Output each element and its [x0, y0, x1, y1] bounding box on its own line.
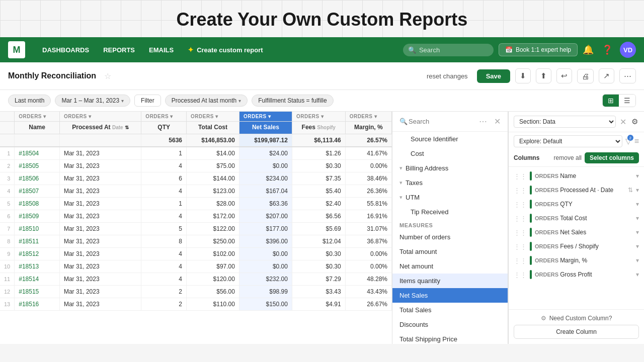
calendar-icon: 📅 — [505, 46, 513, 53]
table-row: 4 #18507 Mar 31, 2023 4 $123.00 $167.04 … — [0, 185, 392, 198]
search-input[interactable] — [397, 117, 474, 126]
search-dimension-item[interactable]: Cost — [392, 146, 508, 161]
share-icon-btn[interactable]: ⬆ — [536, 68, 551, 83]
col-header-total-cost[interactable]: Total Cost — [187, 122, 239, 134]
col-accent-bar — [530, 200, 532, 209]
col-expand-icon[interactable]: ▾ — [636, 215, 639, 222]
external-link-icon-btn[interactable]: ↗ — [599, 68, 614, 83]
column-item[interactable]: ⋮⋮ ORDERS QTY ▾ — [509, 197, 644, 211]
col-expand-icon[interactable]: ▾ — [636, 243, 639, 250]
search-measure-item[interactable]: Total Sales — [392, 303, 508, 317]
date-value-pill[interactable]: Mar 1 – Mar 31, 2023 ▾ — [55, 95, 130, 107]
user-avatar[interactable]: VD — [620, 42, 636, 58]
nav-reports[interactable]: REPORTS — [96, 42, 142, 58]
drag-icon: ⋮⋮ — [514, 243, 527, 250]
col-accent-bar — [530, 228, 532, 237]
reset-changes-btn[interactable]: reset changes — [423, 70, 472, 82]
filter-btn[interactable]: Filter — [134, 95, 161, 107]
columns-actions: Columns remove all Select columns — [509, 150, 644, 167]
fulfillment-pill[interactable]: Fulfillment Status = fulfille — [252, 95, 333, 107]
filter-icon-wrap: ▽ 2 — [625, 137, 631, 146]
download-icon-btn[interactable]: ⬇ — [515, 68, 531, 83]
search-measure-item[interactable]: Total Shipping Price — [392, 332, 508, 344]
undo-icon-btn[interactable]: ↩ — [556, 68, 572, 83]
measures-category: MEASURES — [392, 219, 508, 230]
col-header-qty[interactable]: QTY — [141, 122, 187, 134]
help-icon-btn[interactable]: ❓ — [599, 42, 616, 57]
favorite-icon[interactable]: ☆ — [104, 71, 111, 81]
column-item[interactable]: ⋮⋮ ORDERS Margin, % ▾ — [509, 253, 644, 267]
col-expand-icon[interactable]: ▾ — [636, 201, 639, 208]
processed-at-pill[interactable]: Processed At last month ▾ — [165, 95, 248, 107]
sort-icon[interactable]: ≡ — [634, 137, 639, 146]
bell-icon-btn[interactable]: 🔔 — [580, 42, 597, 57]
print-icon-btn[interactable]: 🖨 — [577, 69, 594, 83]
search-measure-item[interactable]: Discounts — [392, 317, 508, 332]
search-measure-item[interactable]: Items quantity — [392, 274, 508, 288]
custom-col-hint: ⚙ Need Custom Column? — [514, 315, 639, 322]
more-options-btn[interactable]: ⋯ — [619, 68, 636, 83]
col-expand-icon[interactable]: ▾ — [636, 187, 639, 194]
grid-view-btn[interactable]: ⊞ — [603, 95, 619, 107]
nav-emails[interactable]: EMAILS — [142, 42, 181, 58]
save-btn[interactable]: Save — [477, 69, 510, 83]
search-dimension-item[interactable]: Tip Received — [392, 205, 508, 219]
search-measure-item[interactable]: Number of orders — [392, 230, 508, 244]
column-item[interactable]: ⋮⋮ ORDERS Gross Profit ▾ — [509, 267, 644, 282]
col-group-fees: ORDERS ▾ — [292, 112, 345, 122]
col-expand-icon[interactable]: ▾ — [636, 229, 639, 236]
more-icon[interactable]: ⋯ — [477, 116, 489, 127]
measure-label: Discounts — [399, 321, 428, 328]
panel-close-icon[interactable]: ✕ — [619, 116, 627, 128]
col-group-margin: ORDERS ▾ — [345, 112, 391, 122]
column-item[interactable]: ⋮⋮ ORDERS Processed At · Date ⇅ ▾ — [509, 183, 644, 197]
search-dimension-item[interactable]: ▾ Billing Address — [392, 161, 508, 175]
table-container[interactable]: ORDERS ▾ ORDERS ▾ ORDERS ▾ ORDERS ▾ ORDE… — [0, 112, 392, 344]
report-header: Monthly Reconciliation ☆ reset changes S… — [0, 62, 644, 90]
close-icon[interactable]: ✕ — [492, 116, 503, 127]
list-view-btn[interactable]: ☰ — [619, 95, 635, 107]
col-header-net-sales[interactable]: Net Sales — [239, 122, 292, 134]
col-text: ORDERS Total Cost — [535, 215, 633, 222]
col-header-fees[interactable]: Fees Shopify — [292, 122, 345, 134]
search-dimension-item[interactable]: Source Identifier — [392, 132, 508, 146]
explore-select[interactable]: Explore: Default — [514, 135, 622, 147]
create-column-btn[interactable]: Create Column — [514, 325, 639, 339]
col-expand-icon[interactable]: ▾ — [636, 257, 639, 264]
col-expand-icon[interactable]: ▾ — [636, 172, 639, 179]
search-measure-item[interactable]: Net amount — [392, 259, 508, 274]
col-expand-icon[interactable]: ▾ — [636, 271, 639, 278]
search-measure-item[interactable]: Total amount — [392, 244, 508, 259]
column-item[interactable]: ⋮⋮ ORDERS Fees / Shopify ▾ — [509, 239, 644, 253]
measure-label: Total Shipping Price — [399, 335, 457, 343]
search-measure-item[interactable]: Net Sales — [392, 288, 508, 303]
navbar-search-input[interactable] — [403, 44, 494, 56]
panel-gear-icon[interactable]: ⚙ — [630, 116, 639, 127]
col-header-margin[interactable]: Margin, % — [345, 122, 391, 134]
nav-create-custom-report[interactable]: ✦ Create custom report — [181, 42, 270, 58]
search-dimension-item[interactable]: ▾ UTM — [392, 190, 508, 205]
page-title: Create Your Own Custom Reports — [0, 9, 644, 30]
column-item[interactable]: ⋮⋮ ORDERS Name ▾ — [509, 169, 644, 183]
search-dimension-item[interactable]: ▾ Taxes — [392, 175, 508, 190]
section-select[interactable]: Section: Data — [514, 116, 616, 128]
columns-toolbar: Explore: Default ▽ 2 ≡ — [509, 132, 644, 150]
date-range-pill[interactable]: Last month — [8, 95, 51, 107]
col-text: ORDERS Gross Profit — [535, 271, 633, 278]
search-icon: 🔍 — [399, 118, 408, 125]
columns-list: ⋮⋮ ORDERS Name ▾ ⋮⋮ ORDERS Processed At … — [509, 167, 644, 309]
nav-dashboards[interactable]: DASHBOARDS — [35, 42, 96, 58]
col-header-name[interactable]: Name — [15, 122, 60, 134]
sort-icon[interactable]: ⇅ — [628, 187, 633, 194]
col-header-processed-at[interactable]: Processed At Date ⇅ — [59, 122, 141, 134]
report-area: Monthly Reconciliation ☆ reset changes S… — [0, 62, 644, 344]
navbar-logo[interactable]: M — [8, 41, 25, 58]
sparkle-icon: ✦ — [188, 46, 194, 54]
book-expert-btn[interactable]: 📅 Book 1:1 expert help — [499, 43, 578, 56]
column-item[interactable]: ⋮⋮ ORDERS Net Sales ▾ — [509, 225, 644, 239]
dimension-label: Source Identifier — [411, 135, 458, 143]
column-item[interactable]: ⋮⋮ ORDERS Total Cost ▾ — [509, 211, 644, 225]
select-columns-btn[interactable]: Select columns — [585, 152, 639, 163]
col-text: ORDERS Net Sales — [535, 229, 633, 236]
remove-all-btn[interactable]: remove all — [551, 153, 585, 163]
